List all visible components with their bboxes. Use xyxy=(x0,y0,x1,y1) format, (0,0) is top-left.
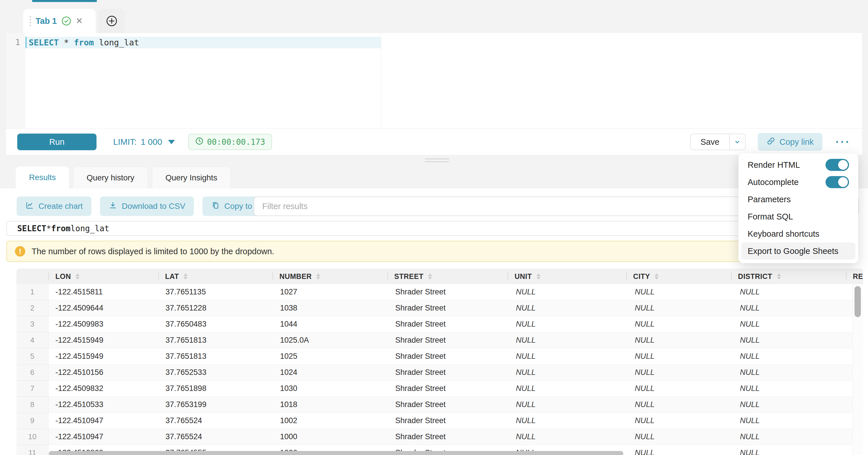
tab-results[interactable]: Results xyxy=(16,166,69,188)
table-row[interactable]: 9 -122.4510947 37.765524 1002 Shrader St… xyxy=(17,413,863,429)
cell-lat: 37.7651813 xyxy=(159,332,273,348)
create-chart-button[interactable]: Create chart xyxy=(17,196,91,216)
limit-label: LIMIT: xyxy=(113,137,137,147)
table-row[interactable]: 2 -122.4509644 37.7651228 1038 Shrader S… xyxy=(17,300,863,316)
menu-item-autocomplete[interactable]: Autocomplete xyxy=(741,174,855,191)
more-options-menu: Render HTML Autocomplete Parameters Form… xyxy=(739,153,858,263)
cell-city: NULL xyxy=(628,284,733,300)
sql-operator: * xyxy=(46,224,51,233)
tab-tab1[interactable]: Tab 1 ✕ xyxy=(23,9,96,33)
executed-sql-bar: SELECT * from long_lat xyxy=(6,221,856,236)
add-tab-button[interactable] xyxy=(98,9,125,33)
plus-icon xyxy=(106,15,118,27)
vertical-scrollbar-track[interactable] xyxy=(852,284,863,455)
cell-lat: 37.7651898 xyxy=(159,381,273,397)
render-html-toggle[interactable] xyxy=(826,159,849,171)
row-number-cell: 10 xyxy=(17,429,49,445)
cell-city: NULL xyxy=(628,300,733,316)
table-row[interactable]: 1 -122.4515811 37.7651135 1027 Shrader S… xyxy=(17,284,863,300)
limit-value: 1 000 xyxy=(141,137,162,147)
column-header-district[interactable]: DISTRICT xyxy=(731,269,846,284)
menu-item-keyboard-shortcuts[interactable]: Keyboard shortcuts xyxy=(741,225,855,242)
menu-item-export-google-sheets[interactable]: Export to Google Sheets xyxy=(741,242,855,260)
cell-street: Shrader Street xyxy=(388,300,509,316)
cell-district: NULL xyxy=(733,316,848,332)
menu-item-render-html[interactable]: Render HTML xyxy=(741,156,855,174)
table-row[interactable]: 10 -122.4510947 37.765524 1000 Shrader S… xyxy=(17,429,863,445)
close-tab-icon[interactable]: ✕ xyxy=(76,17,83,25)
row-number-cell: 3 xyxy=(17,316,49,332)
vertical-scrollbar-thumb[interactable] xyxy=(855,286,861,317)
table-row[interactable]: 7 -122.4509832 37.7651898 1030 Shrader S… xyxy=(17,381,863,397)
cell-lat: 37.7651228 xyxy=(159,300,273,316)
column-header-lon[interactable]: LON xyxy=(49,269,158,284)
save-button[interactable]: Save xyxy=(690,133,730,150)
save-options-button[interactable] xyxy=(730,133,746,150)
sort-icon[interactable] xyxy=(536,273,540,279)
menu-item-format-sql[interactable]: Format SQL xyxy=(741,208,855,225)
table-row[interactable]: 6 -122.4510156 37.7652533 1024 Shrader S… xyxy=(17,365,863,381)
cell-city: NULL xyxy=(628,445,733,455)
sort-icon[interactable] xyxy=(75,273,80,279)
cell-number: 1038 xyxy=(273,300,388,316)
autocomplete-toggle[interactable] xyxy=(826,176,849,188)
cell-district: NULL xyxy=(733,413,848,429)
cell-city: NULL xyxy=(628,381,733,397)
column-header-unit[interactable]: UNIT xyxy=(507,269,626,284)
sql-code-line[interactable]: SELECT * from long_lat xyxy=(29,38,139,48)
tab-query-history[interactable]: Query history xyxy=(73,166,148,188)
create-chart-label: Create chart xyxy=(38,202,83,211)
row-number-cell: 7 xyxy=(17,381,49,397)
run-button[interactable]: Run xyxy=(17,133,96,150)
menu-item-label: Export to Google Sheets xyxy=(748,246,838,256)
cell-street: Shrader Street xyxy=(388,332,509,348)
cell-unit: NULL xyxy=(509,348,628,365)
copy-link-button[interactable]: Copy link xyxy=(758,133,822,151)
chart-icon xyxy=(25,201,34,212)
cell-unit: NULL xyxy=(509,332,628,348)
cell-unit: NULL xyxy=(509,381,628,397)
sort-icon[interactable] xyxy=(655,273,659,279)
link-icon xyxy=(766,136,776,148)
column-header-lat[interactable]: LAT xyxy=(158,269,273,284)
cell-lat: 37.7651135 xyxy=(159,284,273,300)
cell-district: NULL xyxy=(733,300,848,316)
results-tab-bar: Results Query history Query Insights xyxy=(16,166,230,188)
table-row[interactable]: 8 -122.4510533 37.7653199 1018 Shrader S… xyxy=(17,397,863,413)
menu-item-label: Autocomplete xyxy=(748,178,799,187)
row-number-cell: 5 xyxy=(17,348,49,365)
sort-icon[interactable] xyxy=(184,273,188,279)
save-split-button: Save xyxy=(690,133,746,150)
cell-number: 1018 xyxy=(273,397,388,413)
tab-query-insights[interactable]: Query Insights xyxy=(152,166,231,188)
column-header-number[interactable]: NUMBER xyxy=(273,269,388,284)
horizontal-scrollbar-thumb[interactable] xyxy=(49,451,623,455)
column-header-city[interactable]: CITY xyxy=(626,269,731,284)
table-row[interactable]: 4 -122.4515949 37.7651813 1025.0A Shrade… xyxy=(17,332,863,348)
sort-icon[interactable] xyxy=(777,273,781,279)
download-csv-button[interactable]: Download to CSV xyxy=(100,196,194,216)
cell-lon: -122.4510533 xyxy=(49,397,159,413)
table-row[interactable]: 5 -122.4515949 37.7651813 1025 Shrader S… xyxy=(17,348,863,365)
more-options-button[interactable]: ··· xyxy=(836,136,851,148)
tab-drag-handle-icon[interactable] xyxy=(30,16,31,26)
row-number-cell: 6 xyxy=(17,365,49,381)
cell-district: NULL xyxy=(733,429,848,445)
column-header-re[interactable]: RE xyxy=(846,269,863,284)
column-label: UNIT xyxy=(515,272,532,281)
column-header-street[interactable]: STREET xyxy=(388,269,508,284)
cell-lon: -122.4510947 xyxy=(49,429,159,445)
sort-icon[interactable] xyxy=(428,273,432,279)
sql-editor[interactable]: 1 SELECT * from long_lat xyxy=(5,33,863,128)
cell-street: Shrader Street xyxy=(388,284,509,300)
menu-item-label: Parameters xyxy=(748,195,791,204)
column-label: NUMBER xyxy=(279,272,312,281)
sort-icon[interactable] xyxy=(316,273,320,279)
editor-toolbar: Run LIMIT: 1 000 00:00:00.173 Save xyxy=(5,128,863,155)
menu-item-parameters[interactable]: Parameters xyxy=(741,191,855,208)
pane-resize-handle[interactable] xyxy=(425,158,449,163)
table-row[interactable]: 3 -122.4509983 37.7650483 1044 Shrader S… xyxy=(17,316,863,332)
cell-lon: -122.4515949 xyxy=(49,348,159,365)
limit-dropdown[interactable]: LIMIT: 1 000 xyxy=(113,137,175,147)
cell-district: NULL xyxy=(733,284,848,300)
